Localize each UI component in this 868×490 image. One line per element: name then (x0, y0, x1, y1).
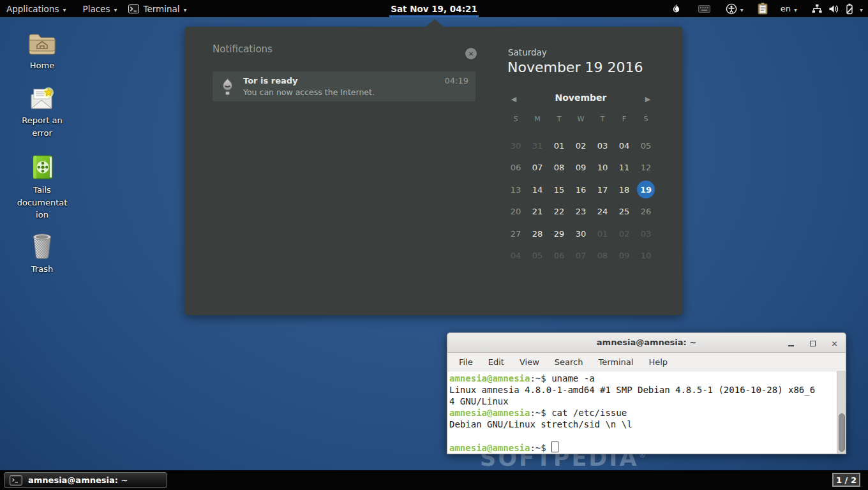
menu-edit[interactable]: Edit (481, 357, 512, 367)
menu-view[interactable]: View (512, 357, 547, 367)
workspace-label: 1 / 2 (836, 475, 857, 485)
calendar-day[interactable]: 08 (548, 157, 570, 179)
terminal-app-menu[interactable]: Terminal (128, 4, 186, 14)
scrollbar-thumb[interactable] (839, 413, 845, 452)
next-month-icon[interactable] (643, 92, 653, 102)
calendar-day[interactable]: 05 (635, 135, 657, 157)
calendar-day[interactable]: 25 (613, 201, 635, 223)
desktop-icon-tails-documentation[interactable]: Tails documentation (7, 154, 77, 221)
notification-time: 04:19 (445, 76, 468, 85)
calendar-day[interactable]: 17 (592, 179, 613, 201)
calendar-day[interactable]: 01 (548, 135, 570, 157)
applications-menu[interactable]: Applications (6, 4, 66, 14)
calendar-day[interactable]: 23 (570, 201, 592, 223)
calendar-day[interactable]: 07 (527, 157, 548, 179)
calendar-nav: November (505, 90, 657, 105)
menu-search[interactable]: Search (547, 357, 591, 367)
calendar-day[interactable]: 22 (548, 201, 570, 223)
chevron-down-icon (184, 4, 187, 14)
calendar-day[interactable]: 31 (527, 135, 548, 157)
top-panel-left: Applications Places Terminal (6, 0, 187, 17)
calendar-day[interactable]: 09 (570, 157, 592, 179)
calendar-day[interactable]: 29 (548, 223, 570, 245)
menu-file[interactable]: File (451, 357, 481, 367)
calendar-day[interactable]: 14 (527, 179, 548, 201)
menu-help[interactable]: Help (641, 357, 675, 367)
terminal-title: amnesia@amnesia: ~ (447, 333, 846, 352)
accessibility-menu[interactable] (726, 3, 744, 15)
calendar-day[interactable]: 18 (613, 179, 635, 201)
calendar-day[interactable]: 20 (505, 201, 527, 223)
day-header: S (635, 115, 657, 123)
documentation-book-icon (29, 154, 56, 181)
calendar-day[interactable]: 05 (527, 245, 548, 267)
calendar-day[interactable]: 30 (570, 223, 592, 245)
calendar-day[interactable]: 24 (592, 201, 613, 223)
calendar-day[interactable]: 03 (635, 223, 657, 245)
previous-month-icon[interactable] (509, 92, 519, 102)
desktop-icon-label: Trash (17, 263, 68, 276)
terminal-line (449, 430, 835, 442)
calendar-day[interactable]: 11 (613, 157, 635, 179)
calendar-day[interactable]: 16 (570, 179, 592, 201)
tor-onion-icon[interactable] (671, 3, 682, 15)
calendar-day[interactable]: 01 (592, 223, 613, 245)
volume-icon (828, 4, 839, 13)
terminal-titlebar[interactable]: amnesia@amnesia: ~ (447, 332, 846, 353)
calendar-month-label: November (505, 93, 657, 103)
calendar-day[interactable]: 09 (613, 245, 635, 267)
places-menu-label: Places (83, 4, 110, 14)
menu-terminal[interactable]: Terminal (590, 357, 641, 367)
workspace-indicator[interactable]: 1 / 2 (832, 473, 860, 487)
chevron-down-icon (740, 4, 744, 14)
calendar-day[interactable]: 19 (635, 179, 657, 201)
notification-item[interactable]: Tor is ready 04:19 You can now access th… (213, 71, 475, 101)
terminal-icon (128, 4, 139, 13)
clipboard-icon[interactable] (758, 3, 768, 15)
maximize-icon[interactable] (809, 339, 817, 348)
calendar-day[interactable]: 28 (527, 223, 548, 245)
notifications-title: Notifications (213, 43, 273, 55)
calendar-day[interactable]: 08 (592, 245, 613, 267)
desktop-icon-home[interactable]: Home (7, 32, 77, 72)
calendar-day[interactable]: 12 (635, 157, 657, 179)
calendar-day[interactable]: 13 (505, 179, 527, 201)
calendar-day[interactable]: 15 (548, 179, 570, 201)
calendar-day[interactable]: 06 (548, 245, 570, 267)
language-selector[interactable]: en (781, 4, 797, 14)
terminal-body[interactable]: amnesia@amnesia:~$ uname -aLinux amnesia… (447, 371, 846, 454)
taskbar-window-button[interactable]: amnesia@amnesia: ~ (4, 472, 167, 488)
calendar-day[interactable]: 03 (592, 135, 613, 157)
system-menu[interactable] (811, 3, 863, 15)
day-header: T (548, 115, 570, 123)
trash-icon (29, 232, 56, 260)
calendar-day[interactable]: 27 (505, 223, 527, 245)
close-icon[interactable] (465, 48, 477, 59)
calendar-day[interactable]: 21 (527, 201, 548, 223)
terminal-menu-label: Terminal (143, 4, 179, 14)
taskbar-window-label: amnesia@amnesia: ~ (28, 475, 128, 485)
calendar-day[interactable]: 04 (505, 245, 527, 267)
clock-menu[interactable]: Sat Nov 19, 04:21 (391, 0, 477, 17)
calendar-day[interactable]: 26 (635, 201, 657, 223)
places-menu[interactable]: Places (83, 4, 117, 14)
calendar-day[interactable]: 10 (635, 245, 657, 267)
calendar-day[interactable]: 04 (613, 135, 635, 157)
terminal-scrollbar[interactable] (837, 371, 846, 454)
calendar-day[interactable]: 07 (570, 245, 592, 267)
desktop-icon-trash[interactable]: Trash (7, 232, 77, 276)
calendar-day[interactable]: 06 (505, 157, 527, 179)
calendar-day[interactable]: 30 (505, 135, 527, 157)
close-icon[interactable] (830, 339, 839, 348)
minimize-icon[interactable] (787, 339, 795, 348)
calendar-day[interactable]: 10 (592, 157, 613, 179)
day-header: F (613, 115, 635, 123)
calendar-day-headers: S M T W T F S (505, 115, 657, 123)
desktop: Applications Places Terminal Sat Nov 19,… (0, 0, 868, 490)
notification-title: Tor is ready (243, 76, 298, 85)
home-folder-icon (27, 32, 57, 56)
desktop-icon-report-error[interactable]: Report an error (7, 87, 77, 139)
calendar-day[interactable]: 02 (570, 135, 592, 157)
keyboard-icon[interactable] (698, 5, 710, 13)
calendar-day[interactable]: 02 (613, 223, 635, 245)
